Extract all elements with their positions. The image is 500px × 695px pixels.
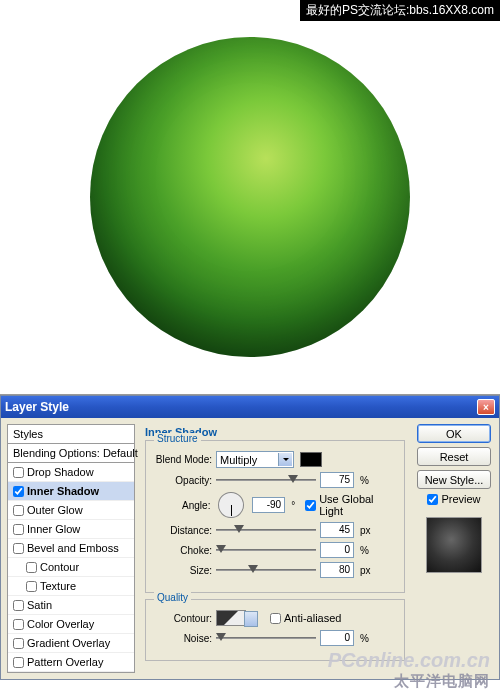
antialiased-checkbox[interactable]: [270, 613, 281, 624]
size-label: Size:: [152, 565, 212, 576]
distance-input[interactable]: 45: [320, 522, 354, 538]
sidebar-item-inner-shadow[interactable]: Inner Shadow: [8, 482, 134, 501]
dialog-content: Styles Blending Options: Default Drop Sh…: [1, 418, 499, 679]
quality-group: Quality Contour: Anti-aliased Noise: 0 %: [145, 599, 405, 661]
new-style-button[interactable]: New Style...: [417, 470, 491, 489]
size-input[interactable]: 80: [320, 562, 354, 578]
sidebar-item-outer-glow[interactable]: Outer Glow: [8, 501, 134, 520]
panel-main: Inner Shadow Structure Blend Mode: Multi…: [141, 424, 409, 673]
preview-checkbox[interactable]: [427, 494, 438, 505]
use-global-light-checkbox[interactable]: [305, 500, 316, 511]
structure-group: Structure Blend Mode: Multiply Opacity: …: [145, 440, 405, 593]
layer-style-dialog: Layer Style × Styles Blending Options: D…: [0, 395, 500, 680]
sidebar-item-satin[interactable]: Satin: [8, 596, 134, 615]
blendmode-label: Blend Mode:: [152, 454, 212, 465]
choke-label: Choke:: [152, 545, 212, 556]
sidebar-item-bevel-and-emboss[interactable]: Bevel and Emboss: [8, 539, 134, 558]
styles-sidebar: Styles Blending Options: Default Drop Sh…: [7, 424, 135, 673]
sidebar-checkbox[interactable]: [13, 657, 24, 668]
sidebar-blending[interactable]: Blending Options: Default: [8, 444, 134, 463]
sidebar-item-gradient-overlay[interactable]: Gradient Overlay: [8, 634, 134, 653]
dialog-title: Layer Style: [5, 400, 69, 414]
banner: 最好的PS交流论坛:bbs.16XX8.com: [300, 0, 500, 21]
sidebar-item-inner-glow[interactable]: Inner Glow: [8, 520, 134, 539]
sidebar-checkbox[interactable]: [26, 581, 37, 592]
ok-button[interactable]: OK: [417, 424, 491, 443]
sidebar-item-color-overlay[interactable]: Color Overlay: [8, 615, 134, 634]
opacity-label: Opacity:: [152, 475, 212, 486]
preview-swatch: [426, 517, 482, 573]
sidebar-checkbox[interactable]: [13, 619, 24, 630]
color-swatch[interactable]: [300, 452, 322, 467]
sidebar-checkbox[interactable]: [26, 562, 37, 573]
distance-label: Distance:: [152, 525, 212, 536]
sidebar-checkbox[interactable]: [13, 543, 24, 554]
quality-legend: Quality: [154, 592, 191, 603]
sidebar-checkbox[interactable]: [13, 505, 24, 516]
distance-slider[interactable]: [216, 523, 316, 537]
opacity-slider[interactable]: [216, 473, 316, 487]
angle-input[interactable]: -90: [252, 497, 285, 513]
noise-label: Noise:: [152, 633, 212, 644]
contour-label: Contour:: [152, 613, 212, 624]
button-column: OK Reset New Style... Preview: [415, 424, 493, 673]
size-slider[interactable]: [216, 563, 316, 577]
canvas-area: [0, 0, 500, 395]
sidebar-checkbox[interactable]: [13, 638, 24, 649]
sidebar-checkbox[interactable]: [13, 524, 24, 535]
sidebar-item-drop-shadow[interactable]: Drop Shadow: [8, 463, 134, 482]
noise-input[interactable]: 0: [320, 630, 354, 646]
noise-slider[interactable]: [216, 631, 316, 645]
sidebar-checkbox[interactable]: [13, 467, 24, 478]
contour-picker[interactable]: [216, 610, 246, 626]
sidebar-item-pattern-overlay[interactable]: Pattern Overlay: [8, 653, 134, 672]
choke-input[interactable]: 0: [320, 542, 354, 558]
green-sphere: [90, 37, 410, 357]
choke-slider[interactable]: [216, 543, 316, 557]
titlebar[interactable]: Layer Style ×: [1, 396, 499, 418]
angle-dial[interactable]: [218, 492, 243, 518]
sidebar-item-texture[interactable]: Texture: [8, 577, 134, 596]
sidebar-item-contour[interactable]: Contour: [8, 558, 134, 577]
angle-label: Angle:: [152, 500, 210, 511]
structure-legend: Structure: [154, 433, 201, 444]
sidebar-styles[interactable]: Styles: [8, 425, 134, 444]
close-icon[interactable]: ×: [477, 399, 495, 415]
blendmode-select[interactable]: Multiply: [216, 451, 294, 468]
sidebar-checkbox[interactable]: [13, 600, 24, 611]
reset-button[interactable]: Reset: [417, 447, 491, 466]
sidebar-checkbox[interactable]: [13, 486, 24, 497]
opacity-input[interactable]: 75: [320, 472, 354, 488]
